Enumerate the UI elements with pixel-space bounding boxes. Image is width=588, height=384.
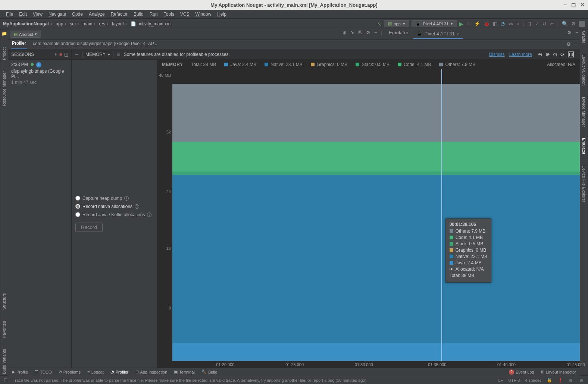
git-commit-icon[interactable]: ✓ (535, 21, 539, 26)
profile-icon[interactable]: ◔ (501, 21, 505, 26)
hide-icon[interactable]: − (574, 41, 577, 47)
breadcrumb[interactable]: src (70, 21, 80, 26)
project-folder-icon[interactable]: 📁 (1, 31, 7, 36)
project-view-selector[interactable]: ▤ Android ▾ (10, 31, 41, 38)
menu-build[interactable]: Build (131, 11, 146, 18)
left-strip-build-variants[interactable]: Build Variants (2, 349, 6, 374)
zoom-out-icon[interactable]: ⊖ (538, 51, 542, 57)
gear-icon[interactable]: ⚙ (567, 30, 572, 39)
breadcrumb[interactable]: MyApplicationNougat (3, 21, 53, 26)
apply-changes-icon[interactable]: ↻ (467, 21, 471, 26)
coverage-icon[interactable]: ◧ (493, 21, 497, 26)
bottom-tab-profile[interactable]: ▶ Profile (12, 369, 28, 374)
menu-run[interactable]: Run (147, 11, 160, 18)
radio-native-alloc[interactable]: Record native allocations ? (75, 204, 153, 209)
help-icon[interactable]: ? (124, 196, 129, 201)
memory-indicator-icon[interactable]: ☻ (568, 377, 574, 383)
error-indicator-icon[interactable]: ❗ (557, 378, 563, 383)
stop-icon[interactable]: ■ (516, 21, 519, 26)
breadcrumb[interactable]: main (82, 21, 97, 26)
menu-refactor[interactable]: Refactor (109, 11, 130, 18)
settings-icon[interactable]: ⚙ (571, 21, 576, 26)
bottom-tab-profiler[interactable]: ◔ Profiler (110, 369, 129, 374)
menu-code[interactable]: Code (70, 11, 85, 18)
left-strip-project[interactable]: Project (2, 47, 6, 60)
info-icon[interactable]: i (36, 62, 41, 67)
radio-java-alloc[interactable]: Record Java / Kotlin allocations ? (75, 212, 153, 217)
event-log-button[interactable]: 2 Event Log (509, 369, 534, 375)
menu-window[interactable]: Window (193, 11, 213, 18)
zoom-fit-icon[interactable]: ⟳ (560, 51, 565, 57)
expand-icon[interactable]: ⇲ (350, 30, 354, 39)
avatar-icon[interactable] (579, 21, 585, 27)
chart-plot-area[interactable]: .plot .layer{bottom:auto} .plot .layer{t… (172, 69, 580, 368)
git-update-icon[interactable]: ⇅ (528, 21, 532, 26)
ide-status-icon[interactable]: ☻ (579, 377, 584, 383)
search-icon[interactable]: 🔍 (562, 21, 568, 26)
right-strip-emulator[interactable]: Emulator (582, 138, 586, 154)
status-marker-icon[interactable]: ☐ (4, 378, 7, 383)
right-strip-device-manager[interactable]: Device Manager (582, 97, 586, 127)
menu-file[interactable]: File (4, 11, 15, 18)
right-strip-gradle[interactable]: Gradle (582, 31, 586, 43)
apply-code-icon[interactable]: ⚡ (474, 21, 480, 26)
bottom-tab-todo[interactable]: ☰ TODO (35, 369, 52, 374)
collapse-icon[interactable]: ⇱ (358, 30, 362, 39)
menu-help[interactable]: Help (215, 11, 229, 18)
hide-icon[interactable]: − (374, 30, 377, 39)
pause-live-icon[interactable]: ❚❚ (568, 51, 574, 57)
learn-more-link[interactable]: Learn more (509, 52, 532, 57)
left-strip-favorites[interactable]: Favorites (2, 321, 6, 338)
right-strip-device-file-explorer[interactable]: Device File Explorer (582, 166, 586, 202)
close-tab-icon[interactable]: × (457, 31, 460, 37)
help-icon[interactable]: ? (135, 204, 139, 209)
maximize-icon[interactable]: ◻ (571, 1, 576, 8)
add-session-icon[interactable]: + (54, 52, 57, 57)
breadcrumb[interactable]: layout (112, 21, 128, 26)
stop-session-icon[interactable]: ■ (59, 52, 62, 57)
memory-chart[interactable]: MEMORY Total: 38 MB Java: 2.4 MB Native:… (157, 60, 580, 368)
run-button[interactable]: ▶ (459, 21, 463, 27)
build-icon[interactable]: ↖ (377, 21, 382, 27)
zoom-in-icon[interactable]: ⊕ (545, 51, 550, 57)
breadcrumb-file[interactable]: 📄 activity_main.xml (131, 21, 172, 26)
breadcrumb[interactable]: res (99, 21, 110, 26)
menu-navigate[interactable]: Navigate (46, 11, 68, 18)
back-icon[interactable]: ← (75, 52, 79, 57)
git-rollback-icon[interactable]: ⤺ (550, 21, 554, 26)
bottom-tab-terminal[interactable]: ▣ Terminal (174, 369, 195, 374)
menu-vcs[interactable]: VCS (178, 11, 192, 18)
bottom-tab-app-inspection[interactable]: ⊞ App Inspection (135, 369, 168, 374)
indent-setting[interactable]: 4 spaces (525, 378, 542, 383)
close-icon[interactable]: ✕ (580, 1, 585, 8)
menu-view[interactable]: View (31, 11, 45, 18)
menu-tools[interactable]: Tools (162, 11, 176, 18)
bottom-tab-problems[interactable]: ⊘ Problems (59, 369, 81, 374)
git-history-icon[interactable]: ↺ (542, 21, 547, 26)
encoding[interactable]: UTF-8 (508, 378, 520, 383)
profiler-view-selector[interactable]: MEMORY ▾ (82, 51, 113, 58)
session-entry[interactable]: 2:33 PM i displayingbitmaps (Google Pi..… (11, 62, 68, 85)
layout-inspector-button[interactable]: ⊞ Layout Inspector (541, 369, 576, 374)
record-button[interactable]: Record (75, 223, 103, 232)
menu-edit[interactable]: Edit (17, 11, 29, 18)
right-strip-layout-validation[interactable]: Layout Validation (582, 54, 586, 86)
lock-icon[interactable]: 🔓 (547, 378, 552, 383)
breadcrumb[interactable]: app (56, 21, 68, 26)
help-icon[interactable]: ? (147, 213, 151, 217)
bottom-tab-build[interactable]: 🔨 Build (201, 369, 217, 374)
debug-icon[interactable]: 🐞 (484, 21, 490, 26)
left-strip-structure[interactable]: Structure (2, 293, 6, 310)
left-strip-resource-manager[interactable]: Resource Manager (2, 71, 6, 106)
trash-icon[interactable]: 🗑 (116, 52, 121, 57)
time-cursor[interactable] (441, 69, 442, 361)
layout-icon[interactable]: ◫ (64, 52, 68, 57)
menu-analyze[interactable]: Analyze (87, 11, 107, 18)
device-selector[interactable]: 📱 Pixel 4 API 31 ▾ (412, 20, 457, 27)
run-config-selector[interactable]: ▤ app ▾ (384, 20, 409, 27)
minimize-icon[interactable]: − (563, 1, 567, 8)
target-icon[interactable]: ⊕ (343, 30, 347, 39)
gear-icon[interactable]: ⚙ (366, 30, 370, 39)
attach-debug-icon[interactable]: ⫘ (508, 21, 513, 26)
profiler-process-tab[interactable]: com.example.android.displayingbitmaps (G… (32, 40, 158, 49)
